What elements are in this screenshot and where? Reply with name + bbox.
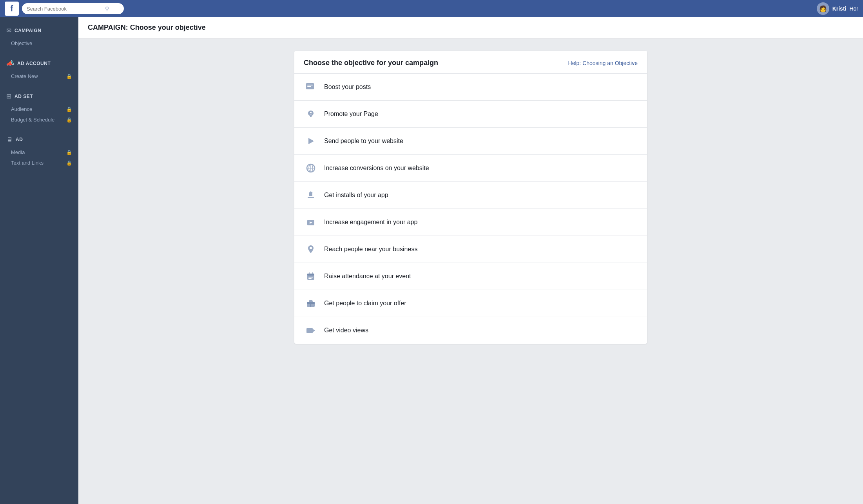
svg-rect-23 <box>306 328 313 333</box>
sidebar-item-audience[interactable]: Audience 🔒 <box>0 104 78 114</box>
increase-conversions-icon <box>304 161 318 175</box>
sidebar-section-ad-set: ⊞ AD SET Audience 🔒 Budget & Schedule 🔒 <box>0 92 78 125</box>
top-nav: f ⚲ 🧑 Kristi Hor <box>0 0 863 17</box>
sidebar-item-media[interactable]: Media 🔒 <box>0 147 78 158</box>
event-attendance-label: Raise attendance at your event <box>324 273 411 280</box>
sidebar-section-title-ad-set: AD SET <box>15 94 33 99</box>
search-input[interactable] <box>27 6 105 12</box>
lock-icon-budget-schedule: 🔒 <box>66 117 72 123</box>
objective-item-boost-posts[interactable]: Boost your posts <box>294 74 647 101</box>
svg-rect-19 <box>308 278 312 279</box>
objective-list: Boost your posts Promote your Page <box>294 74 647 344</box>
svg-rect-18 <box>308 277 313 277</box>
sidebar-item-create-new[interactable]: Create New 🔒 <box>0 71 78 82</box>
svg-rect-2 <box>307 86 311 87</box>
sidebar-item-objective[interactable]: Objective <box>0 38 78 49</box>
sidebar-item-label-text-links: Text and Links <box>11 160 44 166</box>
app-engagement-label: Increase engagement in your app <box>324 219 417 226</box>
sidebar-section-title-ad: AD <box>16 137 23 142</box>
objective-card: Choose the objective for your campaign H… <box>294 51 647 344</box>
offer-claims-label: Get people to claim your offer <box>324 300 406 307</box>
svg-point-13 <box>310 247 312 249</box>
nav-username: Kristi <box>832 5 847 12</box>
sidebar-section-title-campaign: CAMPAIGN <box>15 28 41 33</box>
objective-item-increase-conversions[interactable]: Increase conversions on your website <box>294 155 647 182</box>
svg-rect-15 <box>307 274 314 276</box>
local-awareness-icon <box>304 242 318 256</box>
objective-item-send-to-website[interactable]: Send people to your website <box>294 128 647 155</box>
video-views-label: Get video views <box>324 327 368 334</box>
sidebar-section-ad-account: 📣 AD ACCOUNT Create New 🔒 <box>0 60 78 82</box>
app-installs-icon <box>304 188 318 202</box>
objective-item-app-installs[interactable]: Get installs of your app <box>294 182 647 209</box>
offer-claims-icon <box>304 296 318 310</box>
sidebar-item-text-links[interactable]: Text and Links 🔒 <box>0 158 78 168</box>
lock-icon-media: 🔒 <box>66 150 72 155</box>
sidebar-section-campaign: ✉ CAMPAIGN Objective <box>0 27 78 49</box>
page-header: CAMPAIGN: Choose your objective <box>78 17 863 38</box>
page-title-campaign-bold: CAMPAIGN: <box>88 24 128 31</box>
sidebar-section-header-campaign: ✉ CAMPAIGN <box>0 27 78 38</box>
sidebar-item-label-budget-schedule: Budget & Schedule <box>11 117 54 123</box>
promote-page-label: Promote your Page <box>324 111 378 118</box>
app-installs-label: Get installs of your app <box>324 192 388 199</box>
sidebar-section-header-ad-account: 📣 AD ACCOUNT <box>0 60 78 71</box>
video-views-icon <box>304 323 318 337</box>
ad-account-section-icon: 📣 <box>6 60 14 67</box>
ad-section-icon: 🖥 <box>6 136 13 143</box>
sidebar-section-title-ad-account: AD ACCOUNT <box>17 61 51 66</box>
objective-item-app-engagement[interactable]: Increase engagement in your app <box>294 209 647 236</box>
lock-icon-create-new: 🔒 <box>66 74 72 79</box>
avatar: 🧑 <box>817 2 829 15</box>
objective-item-offer-claims[interactable]: Get people to claim your offer <box>294 290 647 317</box>
sidebar-section-ad: 🖥 AD Media 🔒 Text and Links 🔒 <box>0 136 78 168</box>
objective-item-event-attendance[interactable]: Raise attendance at your event <box>294 263 647 290</box>
lock-icon-text-links: 🔒 <box>66 160 72 166</box>
objective-item-local-awareness[interactable]: Reach people near your business <box>294 236 647 263</box>
objective-item-promote-page[interactable]: Promote your Page <box>294 101 647 128</box>
send-to-website-icon <box>304 134 318 148</box>
event-attendance-icon <box>304 269 318 283</box>
search-bar[interactable]: ⚲ <box>22 3 124 14</box>
sidebar-section-header-ad: 🖥 AD <box>0 136 78 147</box>
facebook-logo: f <box>5 2 19 16</box>
lock-icon-audience: 🔒 <box>66 107 72 112</box>
card-title: Choose the objective for your campaign <box>304 59 438 67</box>
svg-rect-17 <box>312 272 313 274</box>
boost-posts-label: Boost your posts <box>324 83 371 91</box>
ad-set-section-icon: ⊞ <box>6 92 11 100</box>
increase-conversions-label: Increase conversions on your website <box>324 165 429 172</box>
sidebar-item-label-create-new: Create New <box>11 73 38 79</box>
sidebar-item-label-audience: Audience <box>11 106 32 112</box>
page-title: CAMPAIGN: Choose your objective <box>88 24 854 32</box>
app-engagement-icon <box>304 215 318 229</box>
nav-right: 🧑 Kristi Hor <box>817 2 858 15</box>
help-link[interactable]: Help: Choosing an Objective <box>568 60 638 66</box>
sidebar: ✉ CAMPAIGN Objective 📣 AD ACCOUNT Create… <box>0 17 78 504</box>
local-awareness-label: Reach people near your business <box>324 246 417 253</box>
svg-rect-22 <box>310 302 311 307</box>
svg-rect-16 <box>309 272 310 274</box>
content-area: Choose the objective for your campaign H… <box>78 38 863 504</box>
send-to-website-label: Send people to your website <box>324 138 403 145</box>
boost-posts-icon <box>304 80 318 94</box>
promote-page-icon <box>304 107 318 121</box>
sidebar-section-header-ad-set: ⊞ AD SET <box>0 92 78 104</box>
svg-marker-5 <box>308 138 314 144</box>
campaign-section-icon: ✉ <box>6 27 11 34</box>
main-content: CAMPAIGN: Choose your objective Choose t… <box>78 17 863 504</box>
svg-rect-1 <box>307 85 313 85</box>
svg-marker-24 <box>313 329 315 332</box>
sidebar-item-label-objective: Objective <box>11 40 32 46</box>
sidebar-item-budget-schedule[interactable]: Budget & Schedule 🔒 <box>0 114 78 125</box>
page-title-rest: Choose your objective <box>128 24 206 31</box>
svg-rect-10 <box>308 197 314 198</box>
svg-rect-4 <box>310 113 312 114</box>
nav-home: Hor <box>849 5 858 12</box>
sidebar-item-label-media: Media <box>11 149 25 155</box>
objective-item-video-views[interactable]: Get video views <box>294 317 647 344</box>
search-icon: ⚲ <box>105 5 109 12</box>
card-header: Choose the objective for your campaign H… <box>294 51 647 74</box>
